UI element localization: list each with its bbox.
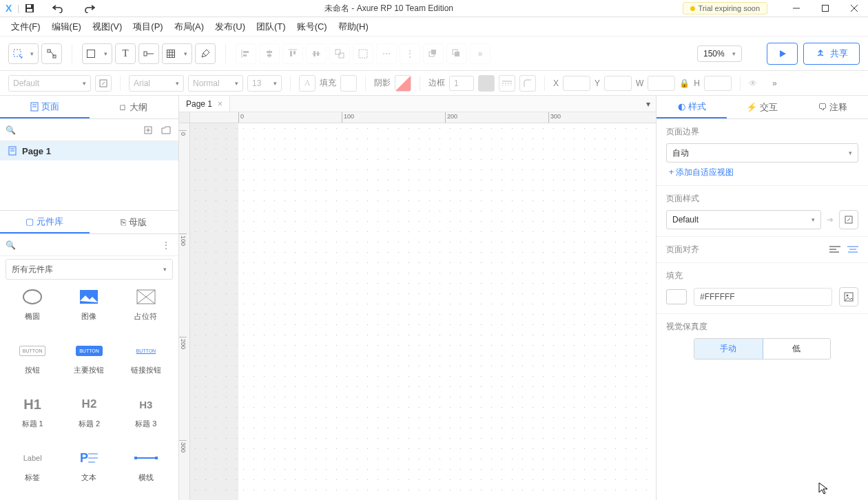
widget-primary-button[interactable]: BUTTON主要按钮 — [62, 336, 116, 387]
undo-icon[interactable] — [52, 3, 63, 13]
pen-tool[interactable] — [195, 43, 216, 64]
fidelity-title: 视觉保真度 — [666, 321, 858, 333]
redo-icon[interactable] — [84, 3, 95, 13]
border-color-button[interactable] — [478, 75, 495, 92]
h-input[interactable] — [704, 76, 732, 91]
overflow-button[interactable]: » — [772, 79, 777, 88]
x-input[interactable] — [563, 76, 590, 91]
tab-dropdown-icon[interactable]: ▾ — [641, 99, 656, 109]
tab-interactions[interactable]: ⚡交互 — [727, 96, 797, 118]
menu-project[interactable]: 项目(P) — [129, 18, 167, 36]
close-tab-icon[interactable]: × — [218, 99, 223, 109]
border-style-button[interactable] — [499, 75, 515, 92]
style-selector[interactable]: Default▾ — [8, 75, 91, 92]
page-style-title: 页面样式 — [666, 193, 858, 205]
add-page-button[interactable] — [141, 123, 155, 137]
pages-search-input[interactable] — [20, 125, 137, 135]
back-button — [446, 43, 467, 64]
save-icon[interactable] — [25, 3, 34, 13]
menu-publish[interactable]: 发布(U) — [211, 18, 249, 36]
tab-outline[interactable]: ◇大纲 — [90, 96, 179, 118]
font-color-button[interactable]: A — [299, 75, 316, 92]
main-toolbar: ▾ ▾ T ▾ ⋯ ⋮ » 150%▾ 共享 — [0, 37, 868, 71]
line-tool[interactable] — [138, 43, 159, 64]
w-input[interactable] — [648, 76, 675, 91]
visibility-icon[interactable]: 👁 — [749, 79, 757, 88]
widget-paragraph[interactable]: P文本 — [62, 444, 116, 494]
style-manage-button[interactable] — [95, 75, 112, 92]
library-selector[interactable]: 所有元件库▾ — [6, 259, 173, 280]
fill-image-button[interactable] — [839, 287, 858, 306]
shape-tool[interactable]: ▾ — [82, 43, 112, 64]
library-menu-button[interactable]: ⋮ — [159, 238, 173, 252]
trial-badge[interactable]: Trial expiring soon — [683, 2, 767, 14]
connect-tool[interactable] — [41, 43, 62, 64]
menu-view[interactable]: 视图(V) — [88, 18, 126, 36]
y-input[interactable] — [604, 76, 632, 91]
page-item[interactable]: Page 1 — [0, 141, 178, 160]
close-button[interactable] — [840, 0, 868, 17]
tab-notes[interactable]: 🗨注释 — [798, 96, 868, 118]
tab-pages[interactable]: 页面 — [0, 96, 90, 118]
fidelity-manual[interactable]: 手动 — [694, 338, 763, 360]
widget-link-button[interactable]: BUTTON链接按钮 — [119, 336, 173, 387]
menu-arrange[interactable]: 布局(A) — [170, 18, 208, 36]
library-search-input[interactable] — [16, 240, 159, 250]
fidelity-low[interactable]: 低 — [763, 339, 831, 359]
menu-help[interactable]: 帮助(H) — [334, 18, 373, 36]
fidelity-toggle[interactable]: 手动 低 — [694, 338, 831, 360]
fill-color-swatch[interactable] — [666, 289, 687, 304]
fill-color-button[interactable] — [340, 75, 357, 92]
svg-rect-24 — [267, 54, 271, 56]
add-adaptive-view-link[interactable]: + 添加自适应视图 — [666, 163, 734, 178]
page-align-center-button[interactable] — [847, 246, 858, 254]
border-width-input[interactable]: 1 — [449, 76, 474, 91]
widget-h1[interactable]: H1标题 1 — [6, 390, 59, 441]
text-tool[interactable]: T — [115, 43, 136, 64]
font-weight-selector[interactable]: Normal▾ — [188, 75, 243, 92]
tab-style[interactable]: ◐样式 — [657, 96, 727, 118]
page-align-left-button[interactable] — [829, 246, 840, 254]
widget-label[interactable]: Label标签 — [6, 444, 59, 494]
corner-radius-button[interactable] — [519, 75, 536, 92]
shadow-button[interactable] — [395, 75, 411, 92]
widget-placeholder[interactable]: 占位符 — [119, 282, 173, 333]
lock-icon[interactable]: 🔒 — [679, 79, 690, 88]
minimize-button[interactable] — [783, 0, 810, 17]
preview-button[interactable] — [767, 43, 798, 65]
widget-ellipse[interactable]: 椭圆 — [6, 282, 59, 333]
table-tool[interactable]: ▾ — [162, 43, 192, 64]
menu-account[interactable]: 账号(C) — [293, 18, 331, 36]
font-selector[interactable]: Arial▾ — [129, 75, 184, 92]
canvas[interactable] — [190, 123, 656, 500]
menu-file[interactable]: 文件(F) — [7, 18, 45, 36]
title-bar: X | 未命名 - Axure RP 10 Team Edition Trial… — [0, 0, 868, 17]
widget-button[interactable]: BUTTON按钮 — [6, 336, 59, 387]
widget-hline[interactable]: 横线 — [119, 444, 173, 494]
maximize-button[interactable] — [812, 0, 839, 17]
apply-style-icon[interactable]: ➜ — [827, 215, 834, 225]
distribute-v-button: ⋮ — [400, 43, 420, 64]
menu-team[interactable]: 团队(T) — [252, 18, 290, 36]
font-size-selector[interactable]: 13▾ — [247, 75, 282, 92]
zoom-selector[interactable]: 150%▾ — [697, 45, 742, 62]
svg-rect-33 — [359, 50, 367, 58]
widget-image[interactable]: 图像 — [62, 282, 116, 333]
manage-styles-button[interactable] — [839, 210, 858, 229]
share-button[interactable]: 共享 — [803, 43, 860, 65]
widget-h2[interactable]: H2标题 2 — [62, 390, 116, 441]
add-folder-button[interactable] — [159, 123, 173, 137]
search-icon: 🔍 — [6, 125, 16, 135]
menu-edit[interactable]: 编辑(E) — [48, 18, 85, 36]
tab-masters[interactable]: ⎘母版 — [90, 211, 179, 233]
select-tool[interactable]: ▾ — [8, 43, 39, 64]
border-label: 边框 — [428, 77, 445, 89]
page-bounds-selector[interactable]: 自动▾ — [666, 143, 858, 163]
page-style-selector[interactable]: Default▾ — [666, 210, 821, 229]
svg-rect-4 — [823, 6, 829, 12]
tab-library[interactable]: ▢元件库 — [0, 211, 90, 233]
widget-h3[interactable]: H3标题 3 — [119, 390, 173, 441]
more-tools-button: » — [470, 43, 490, 64]
svg-point-51 — [23, 290, 41, 304]
document-tab[interactable]: Page 1× — [179, 96, 230, 112]
